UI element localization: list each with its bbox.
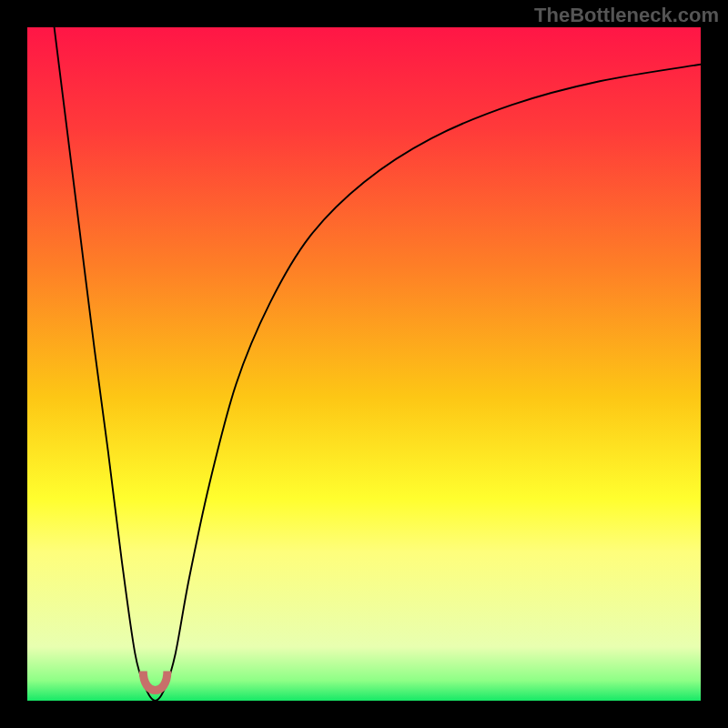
gradient-background bbox=[27, 27, 701, 701]
chart-container: TheBottleneck.com bbox=[0, 0, 728, 728]
source-annotation: TheBottleneck.com bbox=[534, 4, 719, 27]
chart-svg bbox=[27, 27, 701, 701]
plot-area bbox=[27, 27, 701, 701]
